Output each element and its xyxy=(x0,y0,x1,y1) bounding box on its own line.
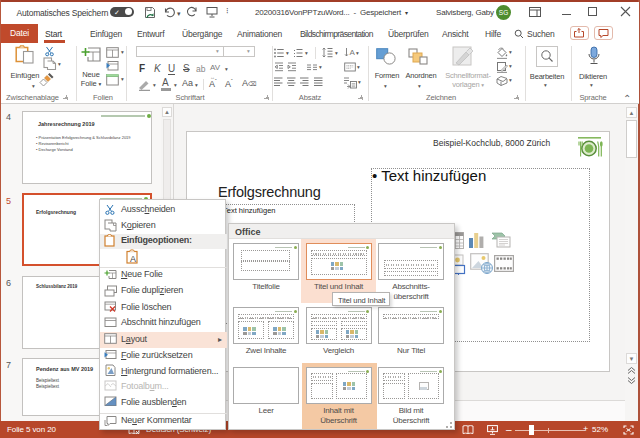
svg-text:A: A xyxy=(130,254,136,264)
svg-text:A: A xyxy=(350,48,356,57)
